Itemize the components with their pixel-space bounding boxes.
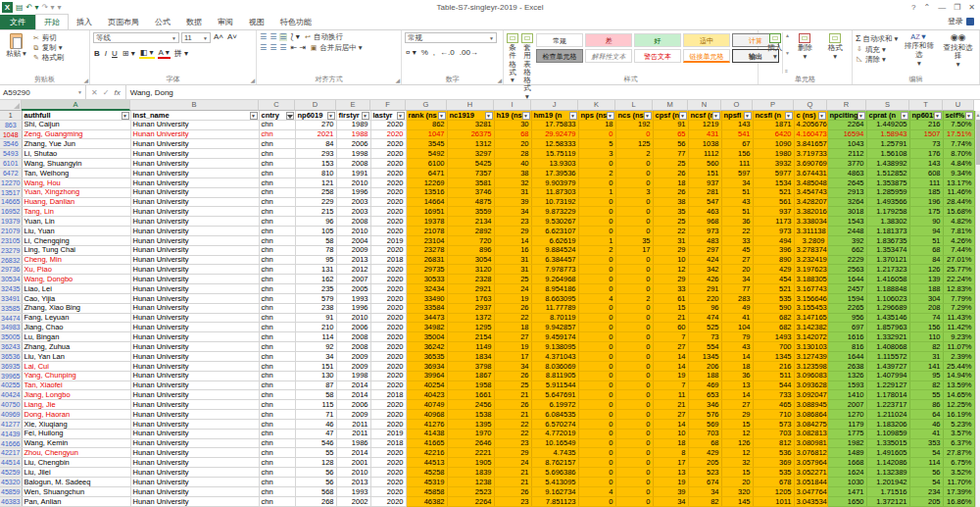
cell[interactable]: 35 (653, 207, 688, 217)
cell[interactable]: 51 (721, 207, 753, 217)
cell[interactable]: 937 (688, 177, 721, 187)
cell[interactable]: 4.772019 (531, 429, 578, 438)
cell[interactable]: 2005 (336, 284, 370, 294)
cell[interactable]: 71 (295, 410, 336, 420)
cell[interactable]: 0 (615, 265, 653, 275)
cell[interactable]: Hunan University (130, 477, 259, 486)
column-header-N[interactable]: N (688, 100, 721, 111)
cell[interactable]: 465 (753, 400, 794, 410)
cell[interactable]: 1871 (753, 120, 794, 129)
cell[interactable]: 3264 (827, 197, 866, 207)
cell[interactable]: 29 (653, 275, 688, 284)
cell[interactable]: 2018 (370, 255, 406, 265)
cell[interactable]: 21 (494, 477, 531, 486)
select-all-corner[interactable] (0, 100, 22, 111)
cell[interactable]: 14 (721, 352, 753, 362)
cell[interactable]: 1.407994 (866, 371, 909, 380)
cell[interactable]: Zhang, Xiao Bing (22, 303, 130, 313)
cell[interactable]: 396 (753, 245, 794, 255)
cell[interactable]: 2020 (370, 486, 406, 496)
cell[interactable]: 34 (653, 496, 688, 506)
cell[interactable]: 1.179258 (866, 207, 909, 217)
cell[interactable]: 342 (688, 265, 721, 275)
cell[interactable]: 0 (615, 255, 653, 265)
cell[interactable]: 175 (909, 207, 943, 217)
cell[interactable]: 2020 (370, 477, 406, 486)
cell[interactable]: 0 (615, 477, 653, 486)
cell[interactable]: 3018 (827, 207, 866, 217)
cell[interactable]: 1.836735 (866, 235, 909, 245)
cell[interactable]: 14 (494, 235, 531, 245)
cell[interactable]: 26 (653, 187, 688, 197)
cell[interactable]: 1644 (827, 352, 866, 362)
align-middle-icon[interactable]: ☰ (270, 33, 276, 41)
cell-style-chip[interactable]: 常规 (536, 33, 583, 47)
cell[interactable]: 1594 (827, 293, 866, 303)
cell[interactable]: 1043 (827, 139, 866, 149)
cell[interactable]: 1011 (753, 496, 794, 506)
cell[interactable]: Hunan University (130, 371, 259, 380)
cell[interactable]: 19378 (406, 217, 447, 227)
cell[interactable]: Hunan University (130, 496, 259, 506)
cell[interactable]: 30 (494, 120, 531, 129)
cell[interactable]: 816 (827, 342, 866, 352)
cell[interactable]: 4.84% (943, 159, 974, 169)
cell[interactable]: 11 (653, 390, 688, 400)
cell[interactable]: 0 (615, 197, 653, 207)
cancel-icon[interactable]: ✕ (91, 88, 98, 97)
cell[interactable]: 392 (827, 235, 866, 245)
cell[interactable]: 22 (494, 313, 531, 323)
cell[interactable]: 7.74% (943, 139, 974, 149)
cell[interactable]: 143 (721, 120, 753, 129)
cell[interactable]: 40254 (406, 380, 447, 390)
cell[interactable]: 1644 (827, 275, 866, 284)
cell[interactable]: 0 (578, 410, 615, 420)
cell[interactable]: 0 (578, 361, 615, 371)
cell[interactable]: 3.454743 (794, 187, 827, 197)
cell[interactable]: 23104 (406, 235, 447, 245)
cell[interactable]: 2264 (827, 120, 866, 129)
cell[interactable]: 569 (688, 419, 721, 429)
cell[interactable]: 1.296689 (866, 303, 909, 313)
cell[interactable]: 96 (688, 303, 721, 313)
cell[interactable]: 1.183206 (866, 419, 909, 429)
cell[interactable]: 29 (653, 245, 688, 255)
cell[interactable]: 2221 (447, 448, 494, 458)
cell[interactable]: 1.217323 (866, 265, 909, 275)
cell[interactable]: 1179 (827, 419, 866, 429)
cell[interactable]: 1538 (447, 410, 494, 420)
cell[interactable]: 1.25791 (866, 139, 909, 149)
cell[interactable]: 1988 (336, 129, 370, 139)
cell[interactable]: 1661 (447, 390, 494, 400)
cell[interactable]: chn (259, 168, 295, 177)
cell[interactable]: 13.9303 (531, 159, 578, 169)
cell[interactable]: 2009 (336, 410, 370, 420)
cell-style-chip[interactable]: 好 (634, 33, 681, 47)
bold-button[interactable]: B (93, 49, 101, 58)
cell[interactable]: Hunan University (130, 177, 259, 187)
cell[interactable]: Ling, Tung Chai (22, 245, 130, 255)
cell[interactable]: chn (259, 227, 295, 236)
row-number[interactable]: 23279 (0, 245, 22, 255)
cell[interactable]: 162 (295, 275, 336, 284)
cell[interactable]: 896 (447, 245, 494, 255)
row-number[interactable]: 1 (0, 111, 22, 120)
cell[interactable]: 14.94% (943, 371, 974, 380)
cell[interactable]: 1205 (753, 486, 794, 496)
cell[interactable]: chn (259, 139, 295, 149)
cell[interactable]: chn (259, 448, 295, 458)
cell[interactable]: 2006 (336, 400, 370, 410)
filter-dropdown-icon[interactable]: ▼ (327, 112, 335, 120)
cell[interactable]: chn (259, 120, 295, 129)
cell[interactable]: 11.43% (943, 313, 974, 323)
cell[interactable]: 31 (909, 352, 943, 362)
cell[interactable]: 20 (721, 265, 753, 275)
align-top-icon[interactable]: ☰ (260, 33, 267, 41)
increase-decimal-button[interactable]: ←.0 (439, 48, 456, 57)
cell[interactable]: 96 (295, 217, 336, 227)
cell[interactable]: 4.371043 (531, 352, 578, 362)
cell[interactable]: 1326 (827, 371, 866, 380)
cell[interactable]: 956 (827, 313, 866, 323)
scrollbar-thumb[interactable] (976, 120, 980, 165)
cell[interactable]: 2020 (370, 380, 406, 390)
